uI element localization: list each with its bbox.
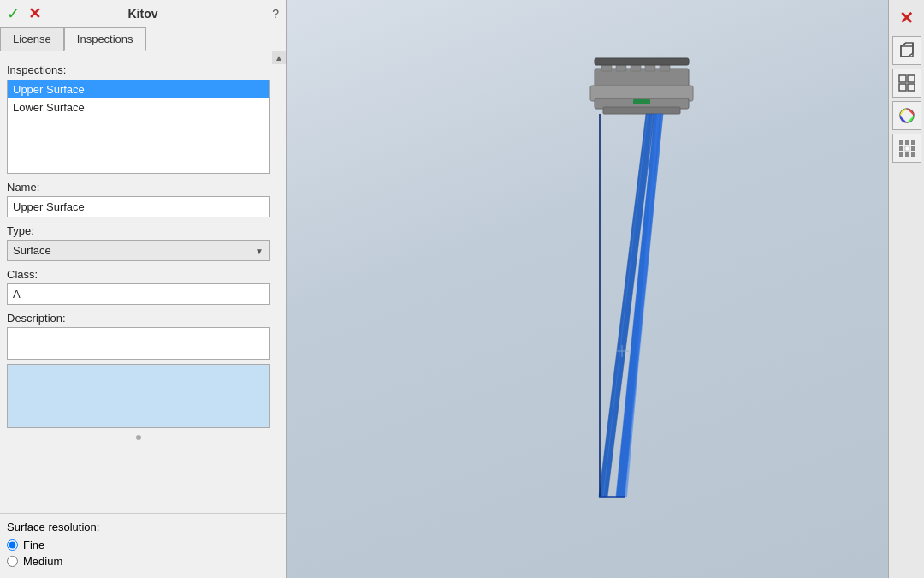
svg-rect-35 [899,146,903,151]
svg-rect-33 [905,140,909,145]
svg-marker-14 [599,114,601,497]
blade-3d-view [372,17,888,548]
svg-rect-36 [905,146,909,151]
svg-rect-38 [899,152,903,157]
inspection-list: Upper Surface Lower Surface [7,80,270,174]
svg-rect-0 [595,69,689,87]
grid-icon [897,139,916,158]
inspections-label: Inspections: [7,63,270,76]
svg-rect-3 [603,107,680,114]
svg-point-31 [904,113,909,118]
panel-content: ▲ Inspections: Upper Surface Lower Surfa… [0,51,286,513]
class-input[interactable] [7,283,270,305]
tab-inspections[interactable]: Inspections [64,27,146,51]
name-input[interactable] [7,196,270,217]
help-icon[interactable]: ? [272,7,279,21]
tabs-bar: License Inspections [0,27,286,51]
layout-icon [897,74,916,92]
svg-rect-40 [911,152,915,157]
type-label: Type: [7,224,270,237]
scroll-up-arrow[interactable]: ▲ [272,51,286,64]
resolution-medium-label: Medium [23,555,62,568]
toolbar-close-button[interactable]: ✕ [892,3,921,33]
left-panel: ✓ ✕ Kitov ? License Inspections ▲ Inspec… [0,0,287,578]
scrollbar-indicator [136,435,141,440]
svg-rect-28 [899,84,906,91]
description-textarea[interactable] [7,327,270,360]
inspection-item-upper-surface[interactable]: Upper Surface [8,80,270,98]
toolbar-3dview-button[interactable] [892,36,921,65]
resolution-fine-label: Fine [23,539,44,551]
svg-rect-10 [633,99,650,104]
toolbar-grid-button[interactable] [892,134,921,163]
cancel-button[interactable]: ✕ [28,4,41,23]
title-bar: ✓ ✕ Kitov ? [0,0,286,27]
resolution-fine-row: Fine [7,539,279,551]
resolution-fine-radio[interactable] [7,539,18,551]
right-toolbar: ✕ [888,0,924,578]
class-label: Class: [7,268,270,281]
panel-title: Kitov [128,7,158,21]
resolution-medium-radio[interactable] [7,556,18,567]
resolution-section: Surface resolution: Fine Medium [0,513,286,578]
svg-rect-32 [899,140,903,145]
svg-rect-37 [911,146,915,151]
confirm-button[interactable]: ✓ [7,4,20,23]
cube-icon [897,41,916,60]
toolbar-color-button[interactable] [892,101,921,130]
svg-rect-9 [595,58,689,65]
svg-rect-27 [908,75,915,82]
type-select[interactable]: Surface Edge Point [7,240,270,261]
main-viewport [287,0,888,578]
color-wheel-icon [897,106,916,125]
svg-rect-34 [911,140,915,145]
preview-box [7,364,270,428]
svg-rect-26 [899,75,906,82]
svg-line-17 [616,114,653,497]
name-label: Name: [7,181,270,194]
resolution-medium-row: Medium [7,555,279,568]
tab-license[interactable]: License [0,27,64,51]
toolbar-layout-button[interactable] [892,69,921,98]
surface-resolution-label: Surface resolution: [7,521,279,533]
description-label: Description: [7,312,270,325]
svg-rect-29 [908,84,915,91]
svg-rect-39 [905,152,909,157]
inspection-item-lower-surface[interactable]: Lower Surface [8,98,270,116]
